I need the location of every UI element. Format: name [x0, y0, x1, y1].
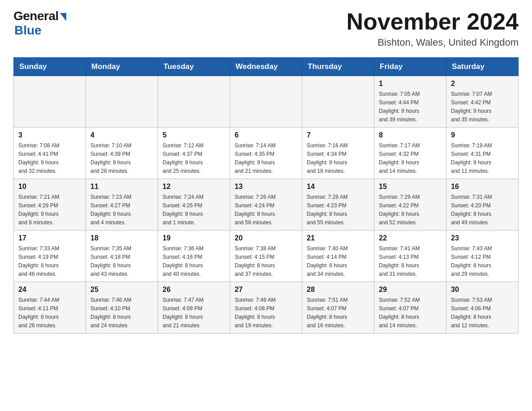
calendar-day-cell: 12Sunrise: 7:24 AM Sunset: 4:26 PM Dayli… — [158, 179, 230, 231]
calendar-day-cell: 21Sunrise: 7:40 AM Sunset: 4:14 PM Dayli… — [302, 231, 374, 282]
day-info: Sunrise: 7:46 AM Sunset: 4:10 PM Dayligh… — [90, 297, 131, 329]
day-info: Sunrise: 7:12 AM Sunset: 4:37 PM Dayligh… — [163, 142, 203, 174]
day-number: 20 — [235, 234, 297, 242]
page-header: General Blue November 2024 Bishton, Wale… — [13, 9, 519, 48]
calendar-day-cell: 29Sunrise: 7:52 AM Sunset: 4:07 PM Dayli… — [374, 282, 446, 334]
logo-blue-text: Blue — [14, 23, 42, 38]
day-info: Sunrise: 7:21 AM Sunset: 4:29 PM Dayligh… — [18, 194, 59, 226]
calendar-week-row: 24Sunrise: 7:44 AM Sunset: 4:11 PM Dayli… — [14, 282, 519, 334]
day-number: 28 — [307, 286, 369, 294]
day-info: Sunrise: 7:24 AM Sunset: 4:26 PM Dayligh… — [163, 194, 203, 226]
day-info: Sunrise: 7:28 AM Sunset: 4:23 PM Dayligh… — [307, 194, 348, 226]
calendar-day-cell: 3Sunrise: 7:08 AM Sunset: 4:41 PM Daylig… — [14, 128, 86, 179]
calendar-day-cell — [86, 76, 158, 128]
calendar-day-cell: 24Sunrise: 7:44 AM Sunset: 4:11 PM Dayli… — [14, 282, 86, 334]
month-title: November 2024 — [347, 9, 519, 34]
day-number: 15 — [379, 183, 442, 191]
col-wednesday: Wednesday — [230, 58, 302, 76]
calendar-day-cell: 2Sunrise: 7:07 AM Sunset: 4:42 PM Daylig… — [446, 76, 519, 128]
calendar-day-cell: 28Sunrise: 7:51 AM Sunset: 4:07 PM Dayli… — [302, 282, 374, 334]
day-info: Sunrise: 7:35 AM Sunset: 4:18 PM Dayligh… — [90, 245, 131, 277]
calendar-day-cell: 10Sunrise: 7:21 AM Sunset: 4:29 PM Dayli… — [14, 179, 86, 231]
calendar-day-cell: 13Sunrise: 7:26 AM Sunset: 4:24 PM Dayli… — [230, 179, 302, 231]
calendar-week-row: 10Sunrise: 7:21 AM Sunset: 4:29 PM Dayli… — [14, 179, 519, 231]
logo-arrow-icon — [60, 13, 66, 21]
day-info: Sunrise: 7:53 AM Sunset: 4:06 PM Dayligh… — [451, 297, 492, 329]
calendar-day-cell: 20Sunrise: 7:38 AM Sunset: 4:15 PM Dayli… — [230, 231, 302, 282]
day-number: 8 — [379, 131, 442, 139]
day-number: 21 — [307, 234, 369, 242]
col-tuesday: Tuesday — [158, 58, 230, 76]
calendar-day-cell — [230, 76, 302, 128]
day-number: 5 — [163, 131, 225, 139]
day-info: Sunrise: 7:49 AM Sunset: 4:08 PM Dayligh… — [235, 297, 275, 329]
day-number: 17 — [18, 234, 81, 242]
calendar-day-cell — [158, 76, 230, 128]
day-number: 30 — [451, 286, 514, 294]
col-thursday: Thursday — [302, 58, 374, 76]
day-number: 26 — [163, 286, 225, 294]
calendar-day-cell: 23Sunrise: 7:43 AM Sunset: 4:12 PM Dayli… — [446, 231, 519, 282]
day-number: 27 — [235, 286, 297, 294]
day-number: 3 — [18, 131, 81, 139]
calendar-day-cell: 15Sunrise: 7:29 AM Sunset: 4:22 PM Dayli… — [374, 179, 446, 231]
calendar-day-cell: 4Sunrise: 7:10 AM Sunset: 4:39 PM Daylig… — [86, 128, 158, 179]
day-number: 25 — [90, 286, 153, 294]
day-number: 11 — [90, 183, 153, 191]
calendar-day-cell: 8Sunrise: 7:17 AM Sunset: 4:32 PM Daylig… — [374, 128, 446, 179]
day-info: Sunrise: 7:29 AM Sunset: 4:22 PM Dayligh… — [379, 194, 420, 226]
day-number: 22 — [379, 234, 442, 242]
day-number: 4 — [90, 131, 153, 139]
day-number: 9 — [451, 131, 514, 139]
day-info: Sunrise: 7:47 AM Sunset: 4:09 PM Dayligh… — [163, 297, 203, 329]
calendar-day-cell: 9Sunrise: 7:19 AM Sunset: 4:31 PM Daylig… — [446, 128, 519, 179]
calendar-day-cell: 27Sunrise: 7:49 AM Sunset: 4:08 PM Dayli… — [230, 282, 302, 334]
day-info: Sunrise: 7:41 AM Sunset: 4:13 PM Dayligh… — [379, 245, 420, 277]
day-info: Sunrise: 7:07 AM Sunset: 4:42 PM Dayligh… — [451, 91, 492, 123]
calendar-day-cell: 1Sunrise: 7:05 AM Sunset: 4:44 PM Daylig… — [374, 76, 446, 128]
calendar-day-cell: 18Sunrise: 7:35 AM Sunset: 4:18 PM Dayli… — [86, 231, 158, 282]
calendar-day-cell: 26Sunrise: 7:47 AM Sunset: 4:09 PM Dayli… — [158, 282, 230, 334]
day-number: 24 — [18, 286, 81, 294]
day-info: Sunrise: 7:33 AM Sunset: 4:19 PM Dayligh… — [18, 245, 59, 277]
day-number: 18 — [90, 234, 153, 242]
calendar-day-cell: 11Sunrise: 7:23 AM Sunset: 4:27 PM Dayli… — [86, 179, 158, 231]
col-monday: Monday — [86, 58, 158, 76]
day-number: 7 — [307, 131, 369, 139]
calendar-day-cell: 22Sunrise: 7:41 AM Sunset: 4:13 PM Dayli… — [374, 231, 446, 282]
day-info: Sunrise: 7:10 AM Sunset: 4:39 PM Dayligh… — [90, 142, 131, 174]
logo: General Blue — [13, 9, 66, 38]
day-info: Sunrise: 7:14 AM Sunset: 4:35 PM Dayligh… — [235, 142, 275, 174]
calendar-day-cell: 30Sunrise: 7:53 AM Sunset: 4:06 PM Dayli… — [446, 282, 519, 334]
calendar-day-cell: 6Sunrise: 7:14 AM Sunset: 4:35 PM Daylig… — [230, 128, 302, 179]
calendar-day-cell: 14Sunrise: 7:28 AM Sunset: 4:23 PM Dayli… — [302, 179, 374, 231]
col-sunday: Sunday — [14, 58, 86, 76]
col-friday: Friday — [374, 58, 446, 76]
day-info: Sunrise: 7:36 AM Sunset: 4:16 PM Dayligh… — [163, 245, 203, 277]
day-info: Sunrise: 7:23 AM Sunset: 4:27 PM Dayligh… — [90, 194, 131, 226]
day-number: 29 — [379, 286, 442, 294]
day-info: Sunrise: 7:19 AM Sunset: 4:31 PM Dayligh… — [451, 142, 492, 174]
day-number: 14 — [307, 183, 369, 191]
calendar-week-row: 3Sunrise: 7:08 AM Sunset: 4:41 PM Daylig… — [14, 128, 519, 179]
calendar-day-cell — [14, 76, 86, 128]
title-section: November 2024 Bishton, Wales, United Kin… — [347, 9, 519, 48]
calendar-week-row: 17Sunrise: 7:33 AM Sunset: 4:19 PM Dayli… — [14, 231, 519, 282]
day-info: Sunrise: 7:43 AM Sunset: 4:12 PM Dayligh… — [451, 245, 492, 277]
day-number: 1 — [379, 80, 442, 88]
day-number: 10 — [18, 183, 81, 191]
calendar-day-cell: 25Sunrise: 7:46 AM Sunset: 4:10 PM Dayli… — [86, 282, 158, 334]
calendar-day-cell: 16Sunrise: 7:31 AM Sunset: 4:20 PM Dayli… — [446, 179, 519, 231]
calendar-table: Sunday Monday Tuesday Wednesday Thursday… — [13, 57, 519, 334]
day-number: 16 — [451, 183, 514, 191]
day-info: Sunrise: 7:05 AM Sunset: 4:44 PM Dayligh… — [379, 91, 420, 123]
day-number: 2 — [451, 80, 514, 88]
day-info: Sunrise: 7:40 AM Sunset: 4:14 PM Dayligh… — [307, 245, 348, 277]
calendar-day-cell: 5Sunrise: 7:12 AM Sunset: 4:37 PM Daylig… — [158, 128, 230, 179]
day-info: Sunrise: 7:31 AM Sunset: 4:20 PM Dayligh… — [451, 194, 492, 226]
day-number: 12 — [163, 183, 225, 191]
calendar-week-row: 1Sunrise: 7:05 AM Sunset: 4:44 PM Daylig… — [14, 76, 519, 128]
calendar-day-cell — [302, 76, 374, 128]
calendar-day-cell: 17Sunrise: 7:33 AM Sunset: 4:19 PM Dayli… — [14, 231, 86, 282]
calendar-day-cell: 19Sunrise: 7:36 AM Sunset: 4:16 PM Dayli… — [158, 231, 230, 282]
